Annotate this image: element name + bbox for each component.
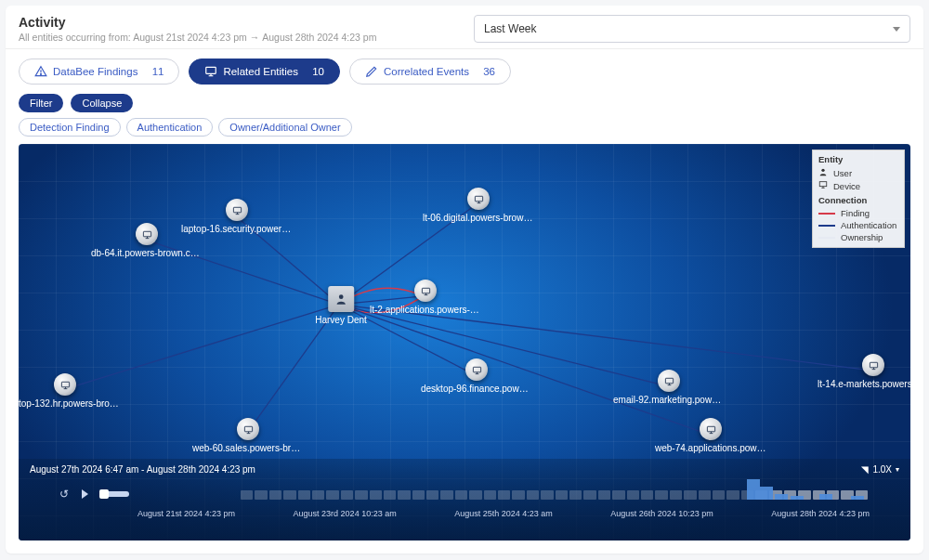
node-label: Harvey Dent	[315, 315, 367, 325]
device-node[interactable]: lt-2.applications.powers-br...	[370, 280, 481, 315]
device-node[interactable]: laptop-16.security.powers-b...	[181, 199, 293, 234]
user-icon	[818, 167, 828, 178]
svg-rect-2	[206, 67, 216, 73]
timeline-tick-labels: August 21st 2024 4:23 pm August 23rd 202…	[26, 509, 903, 518]
svg-point-46	[821, 169, 824, 172]
svg-rect-24	[475, 196, 482, 202]
legend-ownership: Ownership	[818, 231, 898, 243]
chip-authentication[interactable]: Authentication	[126, 118, 214, 137]
device-icon	[700, 418, 722, 440]
device-icon	[818, 180, 828, 191]
node-label: lt-14.e-markets.powers-brow...	[818, 379, 910, 389]
device-node[interactable]: email-92.marketing.powers-b...	[613, 370, 725, 405]
tab-label: Correlated Events	[384, 66, 469, 77]
legend-entity-title: Entity	[818, 154, 898, 164]
svg-rect-30	[244, 426, 252, 432]
time-range-dropdown[interactable]: Last Week	[474, 15, 910, 43]
device-node[interactable]: lt-14.e-markets.powers-brow...	[818, 354, 910, 389]
svg-rect-15	[422, 288, 429, 293]
svg-rect-33	[473, 367, 480, 372]
legend-finding: Finding	[818, 207, 898, 219]
user-icon	[328, 286, 354, 312]
legend-panel: Entity User Device Connection Finding	[812, 150, 905, 248]
collapse-button[interactable]: Collapse	[71, 94, 133, 112]
time-range-caption: All entities occurring from: August 21st…	[19, 32, 376, 43]
action-buttons: Filter Collapse	[6, 88, 923, 118]
tab-count: 36	[483, 66, 495, 77]
play-icon[interactable]	[82, 489, 88, 499]
svg-point-1	[41, 73, 42, 74]
node-label: web-60.sales.powers-brown.com	[192, 443, 304, 453]
legend-user: User	[818, 166, 898, 179]
device-icon	[658, 370, 680, 392]
device-node[interactable]: web-60.sales.powers-brown.com	[192, 418, 304, 453]
svg-rect-39	[707, 426, 714, 432]
tabs: DataBee Findings 11 Related Entities 10 …	[6, 49, 923, 88]
device-node[interactable]: web-74.applications.powers-...	[655, 418, 766, 453]
svg-rect-36	[665, 378, 673, 384]
subtitle-from: August 21st 2024 4:23 pm	[133, 32, 247, 43]
device-node[interactable]: sktop-132.hr.powers-brown...	[19, 373, 121, 409]
svg-rect-27	[61, 382, 69, 387]
arrow-icon: →	[250, 32, 260, 43]
device-icon	[204, 65, 217, 78]
speed-flag-icon: ◥	[861, 464, 869, 475]
device-node[interactable]: lt-06.digital.powers-brown.com	[423, 188, 534, 223]
tab-databee-findings[interactable]: DataBee Findings 11	[19, 59, 179, 85]
node-label: desktop-96.finance.powers-b...	[421, 384, 532, 394]
graph-canvas[interactable]: lt-2.applications.powers-br...db-64.it.p…	[19, 144, 910, 540]
device-icon	[54, 373, 76, 396]
header: Activity All entities occurring from: Au…	[6, 6, 923, 49]
node-label: sktop-132.hr.powers-brown...	[19, 398, 121, 409]
timeline-range-label: August 27th 2024 6:47 am - August 28th 2…	[30, 464, 255, 475]
timeline-bar	[851, 496, 864, 500]
tab-related-entities[interactable]: Related Entities 10	[189, 59, 340, 85]
authentication-line-icon	[818, 225, 835, 227]
tab-correlated-events[interactable]: Correlated Events 36	[349, 59, 511, 85]
subtitle-to: August 28th 2024 4:23 pm	[262, 32, 376, 43]
tick-label: August 21st 2024 4:23 pm	[137, 509, 235, 518]
device-icon	[467, 188, 490, 210]
device-icon	[226, 199, 248, 221]
timeline-panel: August 27th 2024 6:47 am - August 28th 2…	[19, 459, 910, 540]
timeline-bar	[747, 479, 760, 500]
legend-authentication: Authentication	[818, 219, 898, 231]
device-node[interactable]: desktop-96.finance.powers-b...	[421, 358, 532, 394]
subtitle-prefix: All entities occurring from:	[19, 32, 133, 43]
chip-owner[interactable]: Owner/Additional Owner	[218, 118, 351, 137]
pencil-icon	[365, 65, 378, 78]
device-icon	[136, 223, 158, 245]
tick-label: August 23rd 2024 10:23 am	[294, 509, 397, 518]
tick-label: August 28th 2024 4:23 pm	[771, 509, 870, 518]
timeline-bar	[760, 487, 773, 500]
speed-slider[interactable]	[101, 491, 129, 497]
page-title: Activity	[19, 15, 376, 30]
node-label: web-74.applications.powers-...	[655, 443, 766, 453]
user-node-center[interactable]: Harvey Dent	[315, 286, 367, 325]
svg-rect-18	[143, 231, 150, 237]
svg-point-45	[339, 294, 344, 299]
playback-speed[interactable]: ◥ 1.0X ▾	[861, 464, 899, 475]
tick-label: August 26th 2024 10:23 pm	[610, 509, 713, 518]
tab-label: DataBee Findings	[53, 66, 137, 77]
dropdown-selected: Last Week	[484, 22, 536, 35]
timeline-bar	[819, 494, 832, 500]
ownership-line-icon	[818, 237, 835, 239]
tab-count: 10	[312, 66, 324, 77]
timeline-track[interactable]	[241, 479, 870, 507]
node-label: email-92.marketing.powers-b...	[613, 395, 725, 405]
device-icon	[862, 354, 884, 376]
legend-connection-title: Connection	[818, 195, 898, 205]
finding-line-icon	[818, 213, 835, 215]
node-label: laptop-16.security.powers-b...	[181, 224, 293, 234]
tick-label: August 25th 2024 4:23 am	[454, 509, 553, 518]
svg-rect-21	[233, 207, 241, 213]
legend-device: Device	[818, 179, 898, 192]
playback-controls: ↺	[26, 488, 129, 501]
chip-detection-finding[interactable]: Detection Finding	[19, 118, 121, 137]
node-label: db-64.it.powers-brown.com	[91, 248, 203, 258]
warning-icon	[34, 65, 47, 78]
rewind-icon[interactable]: ↺	[59, 488, 69, 501]
filter-button[interactable]: Filter	[19, 94, 63, 112]
timeline-bar	[775, 494, 788, 500]
